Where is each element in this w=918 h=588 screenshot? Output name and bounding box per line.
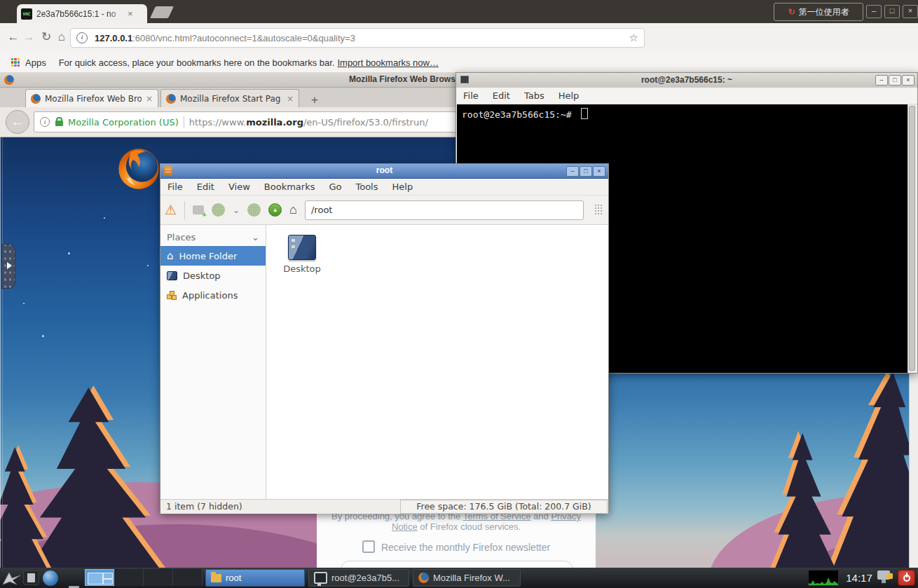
reload-icon[interactable]: ↻ xyxy=(39,29,54,46)
bookmarks-bar: Apps For quick access, place your bookma… xyxy=(0,53,918,73)
menu-edit[interactable]: Edit xyxy=(486,90,517,101)
jump-icon[interactable] xyxy=(594,204,603,216)
menu-tabs[interactable]: Tabs xyxy=(517,90,552,101)
file-label: Desktop xyxy=(279,264,325,274)
tab-label: Mozilla Firefox Web Bro xyxy=(45,94,142,104)
terminal-titlebar[interactable]: root@2e3a7b566c15: ~ – □ × xyxy=(456,73,917,88)
apps-shortcut[interactable]: Apps xyxy=(25,57,46,68)
terminal-close-button[interactable]: × xyxy=(902,75,914,86)
desktop-icon xyxy=(167,271,177,280)
item-count: 1 item (7 hidden) xyxy=(166,501,242,512)
taskbar-item-root[interactable]: root xyxy=(205,569,305,587)
fm-maximize-button[interactable]: □ xyxy=(580,166,592,177)
terminal-scrollbar[interactable] xyxy=(907,104,917,373)
lxde-menu-button[interactable] xyxy=(2,570,21,588)
menu-help[interactable]: Help xyxy=(385,182,420,192)
back-icon[interactable]: ← xyxy=(6,29,21,46)
taskbar-item-terminal[interactable]: root@2e3a7b5... xyxy=(308,569,409,587)
fm-minimize-button[interactable]: – xyxy=(566,166,579,177)
up-icon[interactable]: ▲ xyxy=(268,203,282,217)
chrome-url-bar[interactable]: i 127.0.0.1:6080/vnc.html?autoconnect=1&… xyxy=(70,28,645,48)
desktop-pager[interactable] xyxy=(85,569,203,586)
lock-screen-button[interactable] xyxy=(877,570,893,584)
pager-desktop-1[interactable] xyxy=(85,569,114,586)
new-tab-button[interactable]: + xyxy=(311,93,318,107)
sidebar-item-desktop[interactable]: Desktop xyxy=(160,266,266,285)
home-icon[interactable]: ⌂ xyxy=(54,29,69,46)
import-bookmarks-link[interactable]: Import bookmarks now… xyxy=(337,57,439,68)
chrome-close-button[interactable]: × xyxy=(903,5,918,18)
menu-bookmarks[interactable]: Bookmarks xyxy=(257,182,322,192)
file-manager-title: root xyxy=(160,164,608,177)
pager-desktop-4[interactable] xyxy=(173,569,203,586)
browser-launcher[interactable] xyxy=(43,570,58,586)
path-field[interactable]: /root xyxy=(305,200,584,220)
tab-close-icon[interactable]: × xyxy=(146,94,153,104)
menu-tools[interactable]: Tools xyxy=(348,182,385,192)
file-manager-titlebar[interactable]: root – □ × xyxy=(160,164,608,179)
star xyxy=(42,335,44,337)
scrollbar-thumb[interactable] xyxy=(909,106,915,371)
info-icon[interactable]: i xyxy=(40,117,50,127)
terminal-maximize-button[interactable]: □ xyxy=(889,75,901,86)
menu-view[interactable]: View xyxy=(221,182,257,192)
file-manager-launcher[interactable] xyxy=(23,570,39,585)
privacy-link[interactable]: Notice xyxy=(392,521,418,532)
menu-file[interactable]: File xyxy=(160,182,190,192)
cpu-monitor[interactable] xyxy=(808,570,839,586)
chrome-minimize-button[interactable]: – xyxy=(866,5,882,18)
menu-help[interactable]: Help xyxy=(552,90,587,101)
firefox-icon xyxy=(418,573,429,583)
fm-close-button[interactable]: × xyxy=(593,166,605,177)
fm-toolbar: ⚠ ⌄ ▲ ⌂ /root xyxy=(160,196,608,225)
newsletter-checkbox[interactable] xyxy=(362,540,375,553)
forward-icon[interactable]: → xyxy=(21,29,36,46)
bookmarks-hint: For quick access, place your bookmarks h… xyxy=(59,57,335,68)
file-item-desktop[interactable]: Desktop xyxy=(279,235,325,274)
chrome-maximize-button[interactable]: □ xyxy=(884,5,900,18)
star xyxy=(68,252,70,254)
firefox-tab[interactable]: Mozilla Firefox Start Pag × xyxy=(160,89,299,107)
bookmark-star-icon[interactable]: ☆ xyxy=(629,32,638,44)
terminal-minimize-button[interactable]: – xyxy=(875,75,888,86)
sidebar-item-home[interactable]: ⌂ Home Folder xyxy=(160,246,266,266)
pager-desktop-3[interactable] xyxy=(144,569,173,586)
identity-label[interactable]: Mozilla Corporation (US) xyxy=(68,117,179,128)
newsletter-row: Receive the monthly Firefox newsletter xyxy=(317,540,596,553)
tab-close-icon[interactable]: × xyxy=(287,94,294,104)
firefox-back-button[interactable]: ← xyxy=(6,110,29,134)
root-warning-icon: ⚠ xyxy=(165,202,177,218)
novnc-control-handle[interactable] xyxy=(1,244,15,289)
chrome-profile-button[interactable]: ↻ 第一位使用者 xyxy=(774,3,863,21)
menu-file[interactable]: File xyxy=(456,90,486,101)
menu-edit[interactable]: Edit xyxy=(190,182,221,192)
sync-error-icon: ↻ xyxy=(788,7,795,17)
page-scrollbar[interactable] xyxy=(909,374,918,568)
chrome-profile-label: 第一位使用者 xyxy=(799,6,849,18)
chrome-new-tab-button[interactable] xyxy=(150,6,174,18)
iconify-windows-button[interactable] xyxy=(64,585,80,588)
chrome-tab-close-icon[interactable]: × xyxy=(128,8,133,19)
places-header[interactable]: Places ⌄ xyxy=(160,228,266,246)
home-icon[interactable]: ⌂ xyxy=(289,203,297,217)
taskbar-clock[interactable]: 14:17 xyxy=(842,568,876,588)
email-field[interactable] xyxy=(341,561,573,568)
firefox-icon xyxy=(166,94,176,104)
chrome-tab[interactable]: VNC 2e3a7b566c15:1 - no × xyxy=(17,4,147,23)
pager-desktop-2[interactable] xyxy=(114,569,144,586)
forward-icon[interactable] xyxy=(247,203,261,217)
fm-file-area[interactable]: Desktop xyxy=(266,225,608,499)
new-tab-icon[interactable] xyxy=(193,205,204,214)
power-button[interactable] xyxy=(898,570,915,586)
taskbar-item-firefox[interactable]: Mozilla Firefox W... xyxy=(413,569,521,587)
divider xyxy=(184,116,184,128)
page-info-icon[interactable]: i xyxy=(76,32,88,43)
back-icon[interactable] xyxy=(212,203,225,217)
history-chevron-icon[interactable]: ⌄ xyxy=(233,205,240,215)
monitor-icon xyxy=(314,572,327,584)
menu-go[interactable]: Go xyxy=(322,182,348,192)
sidebar-item-applications[interactable]: Applications xyxy=(160,285,266,305)
apps-grid-icon[interactable] xyxy=(11,58,20,67)
fm-menubar: File Edit View Bookmarks Go Tools Help xyxy=(160,178,608,196)
firefox-tab-active[interactable]: Mozilla Firefox Web Bro × xyxy=(25,89,158,107)
